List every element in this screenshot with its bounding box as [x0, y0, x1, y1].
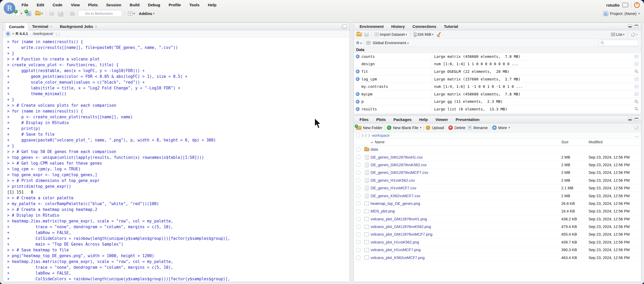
file-name-link[interactable]: volcano_plot_GM12878vsMCF7.png [371, 232, 561, 236]
select-all-checkbox[interactable] [356, 134, 360, 137]
menu-item[interactable]: Build [126, 3, 144, 7]
file-name-link[interactable]: data [371, 147, 561, 151]
file-row[interactable]: volcano_plot_GM12878vsH1.png 438.2 KB Se… [354, 215, 641, 223]
file-row[interactable]: DE_genes_GM12878vsK562.csv 2 MB Sep 23, … [354, 161, 641, 169]
menu-item[interactable]: View [67, 3, 84, 7]
file-checkbox[interactable] [356, 194, 360, 198]
breadcrumb-root[interactable]: / [365, 133, 366, 138]
file-row[interactable]: DE_genes_GM12878vsH1.csv 2 MB Sep 23, 20… [354, 153, 641, 161]
file-name-link[interactable]: DE_genes_H1vsMCF7.csv [371, 186, 561, 190]
file-checkbox[interactable] [356, 155, 360, 159]
refresh-button[interactable]: ▾ [630, 32, 638, 37]
save-all-button[interactable] [57, 11, 64, 16]
menu-item[interactable]: Plots [84, 3, 102, 7]
file-row[interactable]: DE_genes_GM12878vsMCF7.csv 2 MB Sep 23, … [354, 169, 641, 176]
environment-pane-tab[interactable]: Environment [356, 23, 388, 30]
language-selector[interactable]: R ▾ [356, 41, 362, 45]
column-header-size[interactable]: Size [561, 140, 589, 144]
files-pane-tab[interactable]: Files [356, 116, 372, 123]
file-name-link[interactable]: MDS_plot.png [371, 209, 561, 213]
close-icon[interactable]: × [50, 24, 52, 29]
pane-layout-button[interactable]: ▾ [127, 11, 136, 16]
console-pane-tab[interactable]: Background Jobs × [56, 23, 101, 30]
view-table-icon[interactable] [634, 92, 639, 96]
file-name-link[interactable]: DE_genes_H1vsK562.csv [371, 178, 561, 182]
file-name-link[interactable]: volcano_plot_H1vsMCF7.png [371, 248, 561, 252]
environment-object-row[interactable]: ▶ results Large list (6 elements, 13.3 M… [354, 105, 641, 113]
list-view-button[interactable]: List ▾ [610, 32, 625, 37]
new-file-button[interactable]: ▾ [15, 10, 23, 17]
environment-search-input[interactable] [605, 41, 636, 45]
project-selector[interactable]: R Project: (None) ▾ [603, 11, 640, 16]
file-checkbox[interactable] [356, 225, 360, 229]
expand-arrow-icon[interactable]: ▶ [356, 107, 360, 111]
addins-button[interactable]: Addins ▾ [138, 11, 155, 16]
file-checkbox[interactable] [356, 163, 360, 167]
clear-objects-icon[interactable] [437, 32, 441, 37]
inspect-object-icon[interactable] [635, 100, 638, 104]
expand-arrow-icon[interactable]: ▶ [356, 100, 360, 104]
view-table-icon[interactable] [634, 62, 639, 66]
file-name-link[interactable]: DE_genes_GM12878vsH1.csv [371, 155, 561, 159]
file-row[interactable]: DE_genes_H1vsMCF7.csv 2.1 MB Sep 23, 202… [354, 184, 641, 192]
file-name-link[interactable]: heatmap_top_DE_genes.png [371, 201, 561, 206]
file-row[interactable]: heatmap_top_DE_genes.png 26.8 KB Sep 23,… [354, 200, 641, 207]
print-button[interactable] [69, 11, 76, 16]
file-row[interactable]: volcano_plot_H1vsK562.png 439.7 KB Sep 2… [354, 239, 641, 246]
file-checkbox[interactable] [356, 209, 360, 213]
open-file-button[interactable]: ▾ [34, 11, 44, 16]
more-button[interactable]: More ▾ [492, 125, 510, 130]
file-checkbox[interactable] [356, 186, 360, 190]
files-pane-tab[interactable]: Viewer [432, 116, 452, 123]
view-table-icon[interactable] [634, 55, 639, 58]
minimize-pane-icon[interactable] [628, 118, 632, 121]
file-row[interactable]: MDS_plot.png 16.4 KB Sep 23, 2024, 12:56… [354, 207, 641, 215]
view-table-icon[interactable] [634, 77, 639, 81]
environment-object-row[interactable]: ▶ design num [1:8, 1:4] 1 1 0 0 0 0 0 0 … [354, 60, 641, 68]
file-name-link[interactable]: DE_genes_GM12878vsMCF7.csv [371, 170, 561, 175]
open-in-new-icon[interactable] [622, 3, 629, 7]
restore-pane-icon[interactable] [634, 118, 638, 121]
menu-item[interactable]: Profile [164, 3, 185, 7]
menu-item[interactable]: Debug [144, 3, 164, 7]
goto-file-input[interactable] [85, 12, 116, 16]
file-checkbox[interactable] [356, 171, 360, 175]
expand-arrow-icon[interactable]: ▶ [356, 77, 360, 81]
breadcrumb-folder[interactable]: workspace [372, 133, 389, 138]
file-row[interactable]: volcano_plot_GM12878vsK562.png 479.4 KB … [354, 223, 641, 231]
breadcrumb-more-button[interactable]: ... [635, 133, 639, 138]
file-checkbox[interactable] [356, 232, 360, 236]
close-icon[interactable]: × [95, 24, 97, 29]
new-folder-button[interactable]: New Folder [356, 126, 382, 130]
file-row[interactable]: DE_genes_H1vsK562.csv 2 MB Sep 23, 2024,… [354, 177, 641, 184]
menu-item[interactable]: File [17, 3, 33, 7]
environment-object-row[interactable]: ▶ p Large gg (11 elements, 2.3 MB) [354, 98, 641, 106]
expand-arrow-icon[interactable]: ▶ [356, 54, 360, 58]
menu-item[interactable]: Help [204, 3, 221, 7]
menu-item[interactable]: Session [102, 3, 126, 7]
environment-object-row[interactable]: ▶ fit Large DGEGLM (22 elements, 20 MB) [354, 68, 641, 75]
environment-object-row[interactable]: ▶ log_cpm Large matrix (157680 elements,… [354, 75, 641, 83]
goto-file-search[interactable] [78, 10, 122, 17]
environment-object-row[interactable]: ▶ my.contrasts num [1:4, 1:6] 1 -1 0 0 1… [354, 83, 641, 90]
files-pane-tab[interactable]: Presentation [452, 116, 484, 123]
files-pane-tab[interactable]: Packages [390, 116, 416, 123]
delete-button[interactable]: ✕ Delete [448, 125, 465, 130]
import-dataset-button[interactable]: Import Dataset ▾ [374, 32, 408, 37]
file-checkbox[interactable] [356, 240, 360, 244]
refresh-icon[interactable] [634, 125, 639, 130]
maximize-pane-icon[interactable] [343, 24, 347, 28]
file-name-link[interactable]: DE_genes_GM12878vsK562.csv [371, 163, 561, 167]
console-pane-tab[interactable]: Terminal × [28, 23, 56, 30]
expand-arrow-icon[interactable]: ▶ [356, 92, 360, 96]
environment-scope-selector[interactable]: Global Environment ▾ [373, 41, 409, 45]
file-checkbox[interactable] [356, 248, 360, 252]
file-checkbox[interactable] [356, 201, 360, 205]
environment-object-row[interactable]: ▶ counts Large matrix (458680 elements, … [354, 53, 641, 60]
column-header-name[interactable]: ▲ Name [354, 140, 561, 144]
file-name-link[interactable]: volcano_plot_K562vsMCF7.png [371, 256, 561, 260]
rename-button[interactable]: Rename [468, 126, 488, 130]
file-row[interactable]: data [354, 146, 641, 153]
environment-pane-tab[interactable]: History [388, 23, 409, 30]
console-output[interactable]: > for (name in names(results)) { + write… [3, 37, 350, 282]
